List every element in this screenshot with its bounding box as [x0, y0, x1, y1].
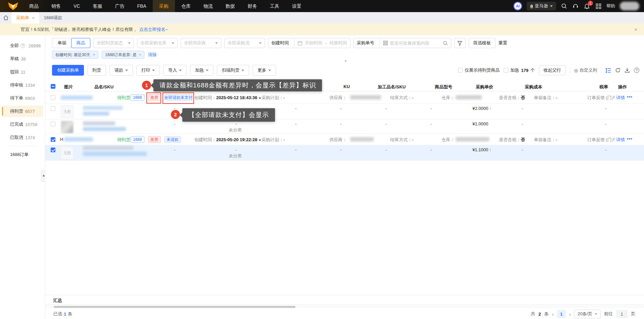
ai-assistant-icon[interactable]: AI: [513, 2, 522, 10]
collapse-filter-arrow-icon[interactable]: ▲: [344, 59, 347, 62]
column-header-cost[interactable]: 采购成本: [525, 84, 542, 90]
banner-signup-link[interactable]: 点击立即报名~: [139, 27, 168, 33]
checkbox[interactable]: [504, 68, 508, 73]
nav-item-service[interactable]: 客服: [86, 0, 108, 12]
nav-item-ads[interactable]: 广告: [108, 0, 131, 12]
download-icon[interactable]: [625, 68, 630, 73]
page-size-select[interactable]: 20条/页: [574, 310, 601, 318]
filter-funnel-button[interactable]: [454, 38, 466, 48]
column-header-tax-rate[interactable]: 税率: [599, 84, 608, 90]
table-row-child-3[interactable]: 无图 - - 未分类 - - - - ¥1.1000↑ - -: [45, 145, 644, 161]
payment-request-button[interactable]: 请款: [109, 65, 133, 76]
sidebar-item-cancelled[interactable]: 已取消 1374: [2, 132, 43, 143]
nav-item-products[interactable]: 商品: [23, 0, 45, 12]
search-input[interactable]: [390, 41, 441, 46]
row-checkbox[interactable]: [51, 95, 55, 100]
print-button[interactable]: 打印: [136, 65, 160, 76]
table-row-parent-2[interactable]: H 待到货 1688 差异 未请款 创建时间：2025-05-20 19:22:…: [45, 134, 644, 145]
customize-columns-button[interactable]: ◎ 自定义列: [574, 67, 597, 73]
supplier-dropdown[interactable]: 全部供应商: [181, 38, 221, 48]
prev-page-icon[interactable]: ‹: [552, 311, 554, 317]
nav-item-finance[interactable]: 财务: [241, 0, 264, 12]
more-button[interactable]: 更多: [252, 65, 276, 76]
nav-item-sales[interactable]: 销售: [45, 0, 67, 12]
sidebar-item-draft[interactable]: 草稿 38: [2, 53, 43, 65]
column-header-unit-price[interactable]: 采购单价: [476, 84, 493, 90]
reset-button[interactable]: 重置: [499, 40, 507, 46]
detail-link[interactable]: 详情: [616, 95, 625, 101]
nav-item-tools[interactable]: 工具: [264, 0, 286, 12]
scrollbar-thumb[interactable]: [54, 306, 295, 308]
nav-item-fba[interactable]: FBA: [131, 0, 152, 12]
sidebar-item-pending-review[interactable]: 待审核 1334: [2, 79, 43, 91]
remove-tag-icon[interactable]: ×: [93, 52, 95, 57]
urgent-button[interactable]: 加急: [190, 65, 214, 76]
collapse-parent-rows-button[interactable]: 收起父行: [539, 65, 566, 75]
horizontal-scrollbar[interactable]: [45, 306, 644, 308]
nav-item-warehouse[interactable]: 仓库: [175, 0, 197, 12]
row-checkbox[interactable]: [51, 137, 55, 142]
apps-grid-icon[interactable]: [595, 3, 602, 9]
home-icon[interactable]: [0, 12, 11, 24]
nav-item-data[interactable]: 数据: [219, 0, 241, 12]
created-time-field[interactable]: 创建时间：2025-05-20 19:22:28: [194, 137, 261, 143]
date-type-dropdown[interactable]: 创建时间: [268, 38, 294, 48]
table-row-parent-1[interactable]: 待到货 1688 差异 全部请款未支付 创建时间：2025-05-12 18:4…: [45, 91, 644, 104]
column-header-model[interactable]: 商品型号: [435, 84, 452, 90]
sidebar-item-pending-arrival[interactable]: 待到货 6577: [2, 106, 43, 117]
table-row-child-2[interactable]: - - 未分类 - - - - ¥1.0000 - -: [45, 119, 644, 134]
column-header-name-sku[interactable]: 品名/SKU: [94, 84, 113, 90]
notifications-bell-icon[interactable]: 1: [584, 3, 590, 9]
headset-icon[interactable]: [572, 3, 579, 9]
sidebar-item-completed[interactable]: 已完成 10759: [2, 119, 43, 130]
close-icon[interactable]: ×: [32, 15, 35, 21]
remove-tag-icon[interactable]: ×: [139, 52, 141, 57]
clear-filters-link[interactable]: 清除: [148, 52, 156, 58]
sidebar-item-pending-order[interactable]: 待下单 6903: [2, 92, 43, 104]
date-range-inputs[interactable]: 开始时间 ~ 结束时间: [294, 38, 350, 48]
refresh-icon[interactable]: [615, 68, 620, 73]
sidebar-collapse-handle[interactable]: [41, 170, 45, 182]
row-checkbox[interactable]: [51, 148, 55, 152]
column-header-sku-fragment[interactable]: KU: [343, 84, 350, 89]
tab-purchase-orders[interactable]: 采购单 ×: [11, 12, 39, 24]
row-density-icon[interactable]: [605, 68, 611, 73]
user-avatar[interactable]: [620, 2, 639, 10]
select-all-checkbox[interactable]: [51, 84, 55, 89]
help-link[interactable]: 帮助: [606, 3, 615, 9]
sidebar-item-rejected[interactable]: 驳回 11: [2, 66, 43, 78]
checkbox[interactable]: [458, 68, 463, 73]
sidebar-item-all[interactable]: 全部 ? 26996: [2, 40, 43, 51]
arrival-button[interactable]: 到货: [87, 65, 106, 76]
import-button[interactable]: 导入: [163, 65, 187, 76]
sidebar-item-1688-orders[interactable]: 1688订单: [2, 149, 43, 160]
arrival-status-dropdown[interactable]: 全部到货状态: [93, 38, 134, 48]
store-selector[interactable]: a 亚马逊: [527, 2, 556, 10]
filter-template-button[interactable]: 筛选模板: [469, 38, 496, 48]
column-header-process-name-sku[interactable]: 加工品名/SKU: [378, 84, 406, 90]
row-checkbox[interactable]: [51, 122, 55, 126]
create-purchase-order-button[interactable]: 创建采购单: [52, 65, 84, 76]
nav-item-logistics[interactable]: 物流: [197, 0, 219, 12]
detail-link[interactable]: 详情: [616, 137, 625, 143]
segment-product[interactable]: 商品: [71, 38, 90, 48]
banner-close-icon[interactable]: ×: [634, 27, 637, 32]
created-time-field[interactable]: 创建时间：2025-05-12 18:43:36: [194, 95, 261, 101]
next-page-icon[interactable]: ›: [569, 311, 571, 317]
nav-item-vc[interactable]: VC: [67, 0, 86, 12]
segment-document[interactable]: 单据: [52, 38, 72, 48]
urgent-filter-checkbox[interactable]: 加急179 个: [504, 67, 535, 73]
column-header-image[interactable]: 图片: [64, 84, 73, 90]
start-date-placeholder[interactable]: 开始时间: [305, 40, 322, 46]
table-row-child-1[interactable]: 无图 - - - - - - ¥2.0000↑ - -: [45, 104, 644, 119]
page-number-current[interactable]: 1: [557, 310, 566, 318]
purchase-warehouse-dropdown[interactable]: 全部采购仓库: [137, 38, 178, 48]
purchaser-dropdown[interactable]: 全部采购员: [224, 38, 265, 48]
scan-arrival-button[interactable]: 扫描到货: [217, 65, 249, 76]
tab-1688-payment[interactable]: 1688请款: [39, 12, 67, 24]
search-icon[interactable]: [443, 41, 448, 46]
question-circle-icon[interactable]: ?: [20, 43, 25, 48]
column-header-action[interactable]: 操作: [618, 84, 627, 90]
nav-item-purchase[interactable]: 采购: [153, 0, 175, 12]
only-pending-arrival-checkbox[interactable]: 仅展示待到货商品: [458, 67, 500, 73]
